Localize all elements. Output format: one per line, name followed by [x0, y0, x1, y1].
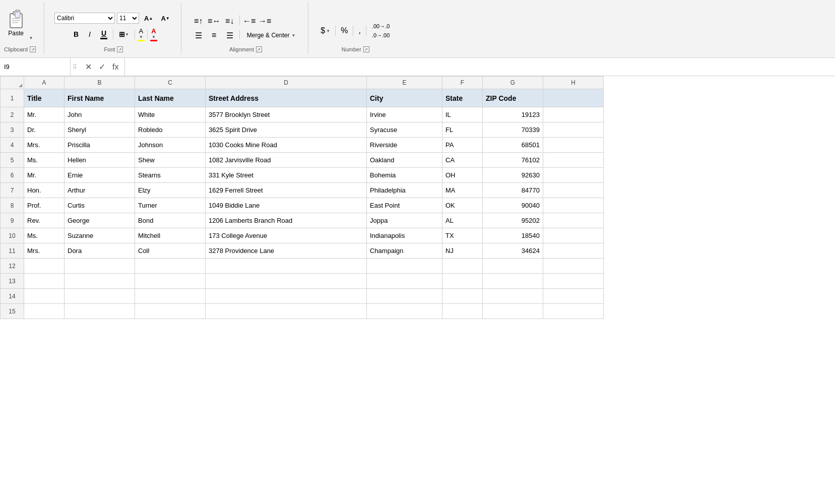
comma-button[interactable]: , [356, 25, 362, 36]
italic-button[interactable]: I [84, 28, 96, 40]
cell-b3[interactable]: Sheryl [65, 122, 135, 138]
cell-b8[interactable]: Curtis [65, 198, 135, 213]
cell-b6[interactable]: Ernie [65, 168, 135, 183]
cell-b9[interactable]: George [65, 213, 135, 228]
cell-b7[interactable]: Arthur [65, 183, 135, 198]
cell-e14[interactable] [367, 289, 442, 304]
cell-c3[interactable]: Robledo [135, 122, 206, 138]
font-color-button[interactable]: A ▼ [150, 27, 157, 41]
cell-b2[interactable]: John [65, 107, 135, 122]
col-header-f[interactable]: F [442, 77, 483, 89]
cell-d8[interactable]: 1049 Biddie Lane [206, 198, 367, 213]
align-bottom-button[interactable]: ≡↓ [223, 15, 237, 27]
cell-d10[interactable]: 173 College Avenue [206, 228, 367, 243]
cell-d12[interactable] [206, 259, 367, 274]
font-size-select[interactable]: 11 10 12 14 [117, 13, 139, 24]
cell-e12[interactable] [367, 259, 442, 274]
cell-g5[interactable]: 76102 [483, 153, 543, 168]
cell-c10[interactable]: Mitchell [135, 228, 206, 243]
cell-h4[interactable] [543, 138, 604, 153]
cell-g7[interactable]: 84770 [483, 183, 543, 198]
merge-center-button[interactable]: Merge & Center ▼ [242, 29, 300, 41]
col-header-d[interactable]: D [206, 77, 367, 89]
align-center-button[interactable]: ≡ [207, 29, 221, 41]
row-header-11[interactable]: 11 [1, 243, 24, 259]
cell-a2[interactable]: Mr. [24, 107, 65, 122]
cell-f14[interactable] [442, 289, 483, 304]
row-header-8[interactable]: 8 [1, 198, 24, 213]
cell-h6[interactable] [543, 168, 604, 183]
clipboard-expand-icon[interactable]: ↗ [30, 46, 36, 52]
cell-f4[interactable]: PA [442, 138, 483, 153]
cell-g4[interactable]: 68501 [483, 138, 543, 153]
cell-b13[interactable] [65, 274, 135, 289]
cell-h11[interactable] [543, 243, 604, 259]
row-header-4[interactable]: 4 [1, 138, 24, 153]
font-name-select[interactable]: Calibri Arial Times New Roman [54, 13, 115, 24]
cell-a4[interactable]: Mrs. [24, 138, 65, 153]
cell-c14[interactable] [135, 289, 206, 304]
cell-f15[interactable] [442, 304, 483, 319]
cell-c6[interactable]: Stearns [135, 168, 206, 183]
cell-f13[interactable] [442, 274, 483, 289]
cell-f1[interactable]: State [442, 89, 483, 107]
cell-b12[interactable] [65, 259, 135, 274]
cell-g10[interactable]: 18540 [483, 228, 543, 243]
cell-f3[interactable]: FL [442, 122, 483, 138]
bold-button[interactable]: B [70, 28, 82, 40]
number-expand-icon[interactable]: ↗ [363, 46, 369, 52]
cell-c11[interactable]: Coll [135, 243, 206, 259]
indent-increase-button[interactable]: →≡ [258, 15, 272, 27]
cell-g8[interactable]: 90040 [483, 198, 543, 213]
cell-d11[interactable]: 3278 Providence Lane [206, 243, 367, 259]
cell-e9[interactable]: Joppa [367, 213, 442, 228]
cell-c9[interactable]: Bond [135, 213, 206, 228]
cell-f11[interactable]: NJ [442, 243, 483, 259]
cell-d4[interactable]: 1030 Cooks Mine Road [206, 138, 367, 153]
cell-reference-input[interactable] [4, 63, 66, 71]
cell-d9[interactable]: 1206 Lamberts Branch Road [206, 213, 367, 228]
decrease-decimal-button[interactable]: .0→.00 [369, 31, 392, 39]
col-header-c[interactable]: C [135, 77, 206, 89]
cell-h14[interactable] [543, 289, 604, 304]
cancel-formula-button[interactable]: ✕ [83, 61, 94, 73]
cell-a14[interactable] [24, 289, 65, 304]
cell-a13[interactable] [24, 274, 65, 289]
row-header-15[interactable]: 15 [1, 304, 24, 319]
cell-g6[interactable]: 92630 [483, 168, 543, 183]
cell-g2[interactable]: 19123 [483, 107, 543, 122]
row-header-1[interactable]: 1 [1, 89, 24, 107]
row-header-5[interactable]: 5 [1, 153, 24, 168]
cell-d13[interactable] [206, 274, 367, 289]
formula-input[interactable] [125, 63, 835, 71]
cell-c15[interactable] [135, 304, 206, 319]
cell-c4[interactable]: Johnson [135, 138, 206, 153]
cell-f5[interactable]: CA [442, 153, 483, 168]
cell-g3[interactable]: 70339 [483, 122, 543, 138]
cell-g13[interactable] [483, 274, 543, 289]
cell-h5[interactable] [543, 153, 604, 168]
cell-e8[interactable]: East Point [367, 198, 442, 213]
col-header-a[interactable]: A [24, 77, 65, 89]
cell-h7[interactable] [543, 183, 604, 198]
decrease-font-button[interactable]: A▼ [158, 12, 172, 24]
row-header-14[interactable]: 14 [1, 289, 24, 304]
cell-a3[interactable]: Dr. [24, 122, 65, 138]
cell-a7[interactable]: Hon. [24, 183, 65, 198]
cell-c13[interactable] [135, 274, 206, 289]
row-header-13[interactable]: 13 [1, 274, 24, 289]
cell-b4[interactable]: Priscilla [65, 138, 135, 153]
insert-function-button[interactable]: fx [110, 61, 120, 73]
cell-f12[interactable] [442, 259, 483, 274]
highlight-color-button[interactable]: A ▼ [138, 27, 145, 41]
cell-a11[interactable]: Mrs. [24, 243, 65, 259]
cell-h3[interactable] [543, 122, 604, 138]
cell-e6[interactable]: Bohemia [367, 168, 442, 183]
cell-h9[interactable] [543, 213, 604, 228]
cell-e13[interactable] [367, 274, 442, 289]
cell-h8[interactable] [543, 198, 604, 213]
cell-h13[interactable] [543, 274, 604, 289]
cell-h1[interactable] [543, 89, 604, 107]
cell-c8[interactable]: Turner [135, 198, 206, 213]
cell-b15[interactable] [65, 304, 135, 319]
